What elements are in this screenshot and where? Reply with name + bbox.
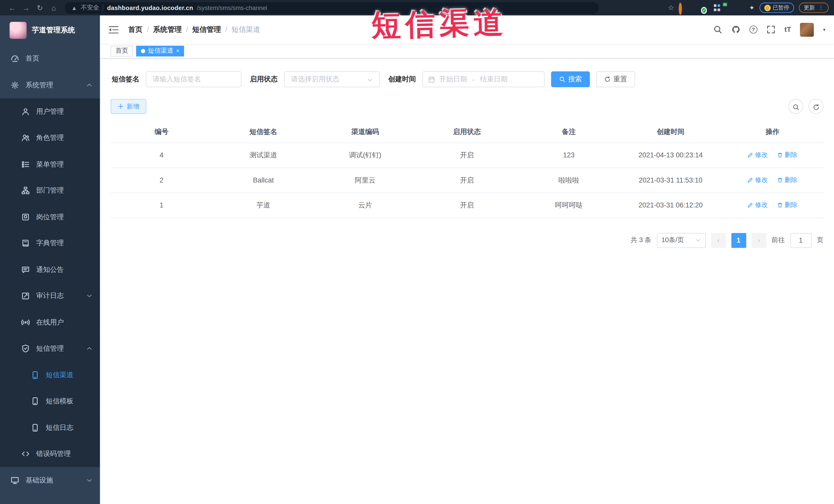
sidebar-item-dict[interactable]: 字典管理 [0,230,100,257]
goto-page-input[interactable]: 1 [790,233,811,248]
cell-code: 云片 [314,193,416,217]
chrome-update-button[interactable]: 更新 ⋮ [799,3,829,13]
extension-drop-icon[interactable] [690,4,698,11]
extension-grid-icon[interactable] [714,4,721,11]
edit-button[interactable]: 修改 [747,200,768,210]
prev-page-button[interactable]: ‹ [711,233,726,248]
sidebar-item-audit-log[interactable]: 审计日志 [0,283,100,309]
close-icon[interactable]: × [176,48,179,54]
browser-home-icon[interactable]: ⌂ [47,3,61,12]
browser-chrome: ← → ↻ ⌂ ▲ 不安全 dashboard.yudao.iocoder.cn… [0,0,834,16]
breadcrumb-separator: / [186,25,188,34]
chevron-down-icon [86,477,93,484]
date-range-picker[interactable]: 开始日期 - 结束日期 [422,71,545,87]
page: 短信渠道 ← → ↻ ⌂ ▲ 不安全 dashboard.yudao.iocod… [0,0,834,504]
tab-sms-channel[interactable]: 短信渠道 × [136,45,184,56]
sidebar-item-departments[interactable]: 部门管理 [0,177,100,204]
col-sign: 短信签名 [213,121,314,143]
sidebar-item-roles[interactable]: 角色管理 [0,125,100,151]
sidebar-item-notice[interactable]: 通知公告 [0,257,100,283]
bookmark-star-icon[interactable]: ☆ [668,4,674,12]
font-size-icon[interactable]: tT [785,25,791,34]
pagination-total: 共 3 条 [631,236,652,245]
delete-button[interactable]: 删除 [777,176,797,184]
sign-input[interactable]: 请输入短信签名 [146,71,242,87]
avatar-caret-down-icon[interactable]: ▾ [823,27,826,32]
sidebar-item-sms-log[interactable]: 短信日志 [0,414,100,441]
badge-icon [21,213,30,221]
browser-menu-icon[interactable]: ⋮ [818,4,824,11]
browser-back-icon[interactable]: ← [5,3,19,12]
table-row: 4 测试渠道 调试(钉钉) 开启 123 2021-04-13 00:23:14… [111,143,824,168]
extension-orange-icon[interactable] [679,4,686,11]
sidebar-item-system[interactable]: 系统管理 [0,72,100,98]
sidebar-item-menus[interactable]: 菜单管理 [0,151,100,177]
github-icon[interactable] [731,25,740,34]
extension-tag-icon[interactable]: on [726,4,732,11]
delete-button[interactable]: 删除 [777,200,797,210]
add-button[interactable]: 新增 [111,99,146,114]
toggle-search-button[interactable] [788,99,803,114]
address-bar[interactable]: ▲ 不安全 dashboard.yudao.iocoder.cn /system… [65,2,599,14]
url-host: dashboard.yudao.iocoder.cn [107,5,193,11]
toolbar-right-actions [788,99,824,114]
cell-created: 2021-03-31 06:12:20 [620,193,722,217]
avatar[interactable] [800,23,814,37]
sidebar-item-sms-channel[interactable]: 短信渠道 [0,362,100,388]
delete-button[interactable]: 删除 [777,151,797,159]
sidebar-logo-row[interactable]: 芋道管理系统 [0,16,100,45]
next-page-button[interactable]: › [751,233,766,248]
extension-check-icon[interactable]: ✓ [702,4,709,11]
browser-forward-icon[interactable]: → [19,3,33,12]
refresh-table-button[interactable] [809,99,824,114]
page-size-select[interactable]: 10条/页 [657,233,706,248]
browser-reload-icon[interactable]: ↻ [33,3,47,12]
col-status: 启用状态 [416,121,518,143]
browser-toolbar-right: ☆ ✓ on ✦ ☺ 已暂停 更新 ⋮ [668,3,829,13]
user-icon [21,107,30,116]
header-search-icon[interactable] [713,25,722,34]
col-remark: 备注 [518,121,620,143]
sidebar-item-sms-template[interactable]: 短信模板 [0,388,100,415]
chevron-down-icon [86,293,93,299]
sidebar-item-sms[interactable]: 短信管理 [0,335,100,362]
sidebar-filler [0,494,100,504]
tab-home[interactable]: 首页 [111,45,133,56]
chevron-down-icon [695,237,701,243]
tags-view-bar: 首页 短信渠道 × [100,44,834,59]
cell-sign: 芋道 [213,193,314,217]
search-button[interactable]: 搜索 [551,71,590,87]
page-number-1[interactable]: 1 [731,233,746,248]
sidebar-item-users[interactable]: 用户管理 [0,98,100,125]
cell-id: 1 [111,193,213,217]
breadcrumb-sms[interactable]: 短信管理 [192,25,221,34]
sidebar-item-label: 短信日志 [46,423,73,432]
paused-extension-pill[interactable]: ☺ 已暂停 [759,3,794,13]
collapse-sidebar-icon[interactable] [109,25,118,34]
phone-icon [31,397,39,406]
help-icon[interactable]: ? [749,25,757,34]
sidebar-item-online-users[interactable]: 在线用户 [0,309,100,335]
breadcrumb-home[interactable]: 首页 [128,25,142,34]
sidebar-item-label: 错误码管理 [36,449,71,459]
menu-list-icon [21,160,30,169]
sidebar-item-posts[interactable]: 岗位管理 [0,204,100,230]
sidebar-item-home[interactable]: 首页 [0,45,100,72]
status-select[interactable]: 请选择启用状态 [284,71,380,87]
date-start-placeholder: 开始日期 [439,74,467,84]
edit-button[interactable]: 修改 [747,176,768,184]
dictionary-icon [21,239,30,247]
reset-button[interactable]: 重置 [596,71,635,87]
edit-label: 修改 [755,200,768,210]
main-area: 首页 / 系统管理 / 短信管理 / 短信渠道 ? tT ▾ 首页 [100,16,834,504]
fullscreen-icon[interactable] [766,25,775,34]
chat-bubble-icon [21,265,30,274]
sidebar-item-infrastructure[interactable]: 基础设施 [0,467,100,494]
extension-leaf-icon[interactable] [738,4,744,11]
edit-button[interactable]: 修改 [747,151,768,159]
breadcrumb-system[interactable]: 系统管理 [153,25,182,34]
sidebar-item-error-codes[interactable]: 错误码管理 [0,441,100,467]
edit-pencil-icon [747,177,753,183]
cell-id: 4 [111,143,213,168]
extension-puzzle-icon[interactable]: ✦ [749,4,754,12]
